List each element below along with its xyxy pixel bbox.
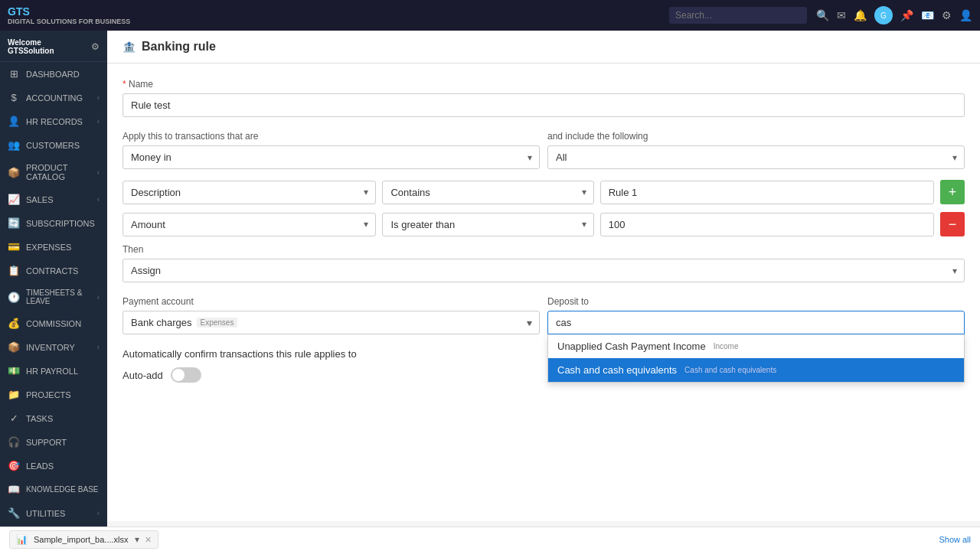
bottombar: 📊 Sample_import_ba....xlsx ▾ × Show all [0, 527, 980, 551]
apply-select[interactable]: Money in Money out [122, 145, 540, 169]
topbar-icons: 🔍 ✉ 🔔 G 📌 📧 ⚙ 👤 [816, 6, 972, 24]
apply-label: Apply this to transactions that are [122, 131, 540, 142]
excel-icon: 📊 [16, 534, 28, 545]
sidebar-item-timesheets[interactable]: 🕐 TIMESHEETS & LEAVE ‹ [0, 282, 107, 311]
avatar[interactable]: G [874, 6, 893, 24]
dropdown-option-unapplied[interactable]: Unapplied Cash Payment Income Income [548, 334, 964, 358]
expenses-icon: 💳 [8, 241, 20, 253]
option-tag: Cash and cash equivalents [684, 366, 776, 374]
apply-include-row: Apply this to transactions that are Mone… [122, 131, 965, 169]
sidebar-item-expenses[interactable]: 💳 EXPENSES [0, 235, 107, 259]
sidebar-item-reports[interactable]: 📊 REPORTS ‹ [0, 525, 107, 527]
filter-row-1: Description Amount Reference Contains Do… [122, 180, 965, 204]
sidebar-item-label: KNOWLEDGE BASE [26, 485, 100, 494]
chevron-icon: ‹ [97, 195, 100, 204]
accounting-icon: $ [8, 92, 20, 103]
filter-condition-select-1[interactable]: Contains Does not contain Is Is greater … [382, 181, 593, 204]
sidebar-item-label: CUSTOMERS [26, 141, 100, 150]
option-label: Unapplied Cash Payment Income [557, 341, 706, 352]
hr-icon: 👤 [8, 116, 20, 127]
deposit-search-input[interactable] [547, 311, 965, 334]
dropdown-option-cash[interactable]: Cash and cash equivalents Cash and cash … [548, 358, 964, 382]
sidebar-item-inventory[interactable]: 📦 INVENTORY ‹ [0, 335, 107, 359]
leads-icon: 🎯 [8, 460, 20, 471]
then-select[interactable]: Assign Categorize Transfer [122, 259, 965, 282]
sidebar-item-label: LEADS [26, 461, 100, 471]
search-icon[interactable]: 🔍 [816, 9, 829, 21]
chevron-down-icon: ▾ [527, 318, 531, 328]
sidebar-item-accounting[interactable]: $ ACCOUNTING ‹ [0, 86, 107, 109]
page-header: 🏦 Banking rule [107, 31, 980, 64]
mail-icon[interactable]: ✉ [837, 9, 846, 21]
sidebar-item-sales[interactable]: 📈 SALES ‹ [0, 187, 107, 211]
sidebar-item-label: PROJECTS [26, 390, 100, 399]
close-icon[interactable]: × [145, 533, 152, 546]
sidebar-item-customers[interactable]: 👥 CUSTOMERS [0, 133, 107, 157]
then-label: Then [122, 244, 965, 255]
apply-select-wrapper: Money in Money out [122, 145, 540, 169]
sidebar-item-label: HR RECORDS [26, 117, 91, 126]
sidebar-item-label: COMMISSION [26, 319, 100, 328]
topbar: GTS DIGITAL SOLUTIONS FOR BUSINESS 🔍 ✉ 🔔… [0, 0, 980, 31]
name-input[interactable] [122, 93, 965, 117]
sidebar-item-leads[interactable]: 🎯 LEADS [0, 454, 107, 478]
support-icon: 🎧 [8, 436, 20, 448]
sidebar-item-support[interactable]: 🎧 SUPPORT [0, 430, 107, 454]
show-all-link[interactable]: Show all [939, 535, 971, 544]
remove-filter-button[interactable]: − [940, 212, 965, 236]
bank-charges-text: Bank charges [131, 317, 192, 328]
sidebar-item-contracts[interactable]: 📋 CONTRACTS [0, 259, 107, 282]
option-tag: Income [714, 342, 739, 350]
add-filter-button[interactable]: + [940, 180, 965, 204]
pin-icon[interactable]: 📌 [900, 9, 913, 21]
page-title: Banking rule [142, 40, 216, 54]
sidebar-item-subscriptions[interactable]: 🔄 SUBSCRIPTIONS [0, 211, 107, 235]
payment-deposit-row: Payment account Bank charges Expenses ▾ … [122, 296, 965, 334]
topbar-search-area: 🔍 ✉ 🔔 G 📌 📧 ⚙ 👤 [669, 6, 972, 24]
envelope-icon[interactable]: 📧 [921, 9, 934, 21]
sidebar-item-projects[interactable]: 📁 PROJECTS [0, 383, 107, 406]
sidebar-item-dashboard[interactable]: ⊞ DASHBOARD [0, 62, 107, 86]
filter-value-input-1[interactable] [600, 181, 934, 204]
include-select[interactable]: All Any [547, 145, 965, 169]
filter-field-select-wrapper-1: Description Amount Reference [122, 181, 376, 204]
sidebar-item-hr-records[interactable]: 👤 HR RECORDS ‹ [0, 109, 107, 133]
include-col: and include the following All Any [547, 131, 965, 169]
filter-condition-select-wrapper-2: Contains Does not contain Is Is greater … [382, 213, 593, 236]
user-icon[interactable]: 👤 [959, 9, 972, 21]
filter-field-select-1[interactable]: Description Amount Reference [122, 181, 376, 204]
apply-col: Apply this to transactions that are Mone… [122, 131, 540, 169]
bell-icon[interactable]: 🔔 [854, 9, 867, 21]
payment-account-col: Payment account Bank charges Expenses ▾ [122, 296, 540, 334]
sidebar: Welcome GTSSolution ⚙ ⊞ DASHBOARD $ ACCO… [0, 31, 107, 527]
settings-icon[interactable]: ⚙ [942, 9, 952, 21]
auto-add-toggle[interactable] [171, 367, 201, 383]
filter-condition-select-wrapper-1: Contains Does not contain Is Is greater … [382, 181, 593, 204]
sidebar-item-label: HR PAYROLL [26, 367, 100, 376]
deposit-dropdown: Unapplied Cash Payment Income Income Cas… [547, 334, 965, 383]
tasks-icon: ✓ [8, 412, 20, 424]
option-label: Cash and cash equivalents [557, 364, 677, 376]
payment-account-select[interactable]: Bank charges Expenses ▾ [122, 311, 540, 334]
sidebar-item-hr-payroll[interactable]: 💵 HR PAYROLL [0, 359, 107, 383]
sidebar-item-utilities[interactable]: 🔧 UTILITIES ‹ [0, 501, 107, 525]
sidebar-item-commission[interactable]: 💰 COMMISSION [0, 311, 107, 335]
chevron-icon: ‹ [97, 509, 100, 517]
sidebar-item-label: UTILITIES [26, 509, 91, 518]
include-select-wrapper: All Any [547, 145, 965, 169]
filter-value-input-2[interactable] [600, 213, 934, 236]
search-input[interactable] [669, 7, 807, 24]
sidebar-item-tasks[interactable]: ✓ TASKS [0, 406, 107, 430]
customers-icon: 👥 [8, 139, 20, 151]
sidebar-item-product-catalog[interactable]: 📦 PRODUCT CATALOG ‹ [0, 157, 107, 187]
gear-icon[interactable]: ⚙ [91, 41, 100, 52]
bank-select-wrapper: Bank charges Expenses ▾ [122, 311, 540, 334]
sidebar-item-knowledge-base[interactable]: 📖 KNOWLEDGE BASE [0, 478, 107, 501]
chevron-icon: ‹ [97, 117, 100, 126]
filter-field-select-2[interactable]: Description Amount Reference [122, 213, 376, 236]
chevron-icon: ‹ [97, 343, 100, 351]
catalog-icon: 📦 [8, 167, 20, 178]
filter-condition-select-2[interactable]: Contains Does not contain Is Is greater … [382, 213, 593, 236]
sidebar-item-label: ACCOUNTING [26, 93, 91, 103]
chevron-down-icon[interactable]: ▾ [135, 534, 139, 545]
